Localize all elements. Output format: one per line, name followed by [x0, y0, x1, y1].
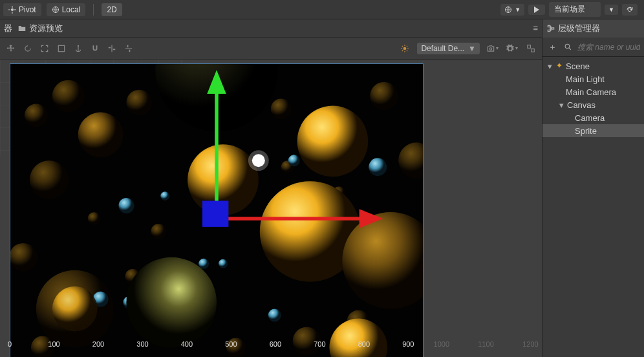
svg-point-45: [188, 144, 259, 215]
hierarchy-icon: [546, 24, 555, 33]
local-button[interactable]: Local: [47, 3, 86, 16]
assets-tab-label: 资源预览: [29, 23, 63, 34]
tree-node-main-camera[interactable]: Main Camera: [542, 85, 644, 98]
tool-align-v[interactable]: [122, 41, 136, 56]
tree-node-canvas[interactable]: ▾ Canvas: [542, 98, 644, 111]
scene-canvas[interactable]: 0 100 200 300 400 500 600 700 800 900 10…: [0, 60, 542, 357]
add-node-button[interactable]: ＋: [546, 41, 558, 53]
settings-tool[interactable]: ▾: [504, 41, 519, 56]
svg-point-38: [369, 158, 387, 176]
tool-snap[interactable]: [88, 41, 102, 56]
hierarchy-panel: 层级管理器 ＋ ▾ Scene Main Light: [542, 19, 644, 357]
tool-rect[interactable]: [54, 41, 69, 56]
refresh-icon: [626, 6, 634, 14]
svg-point-14: [30, 160, 69, 199]
refresh-button[interactable]: [622, 4, 638, 16]
tool-anchor[interactable]: [71, 41, 85, 56]
hierarchy-search-input[interactable]: [577, 43, 640, 52]
svg-point-41: [219, 259, 228, 268]
arrow-down-icon: ▾: [558, 100, 564, 110]
svg-point-12: [52, 80, 85, 113]
hierarchy-title-bar: 层级管理器: [542, 19, 644, 38]
tree-node-label: Canvas: [567, 100, 596, 110]
svg-point-11: [25, 104, 48, 127]
mode-2d-button[interactable]: 2D: [102, 3, 122, 16]
svg-point-18: [126, 90, 152, 116]
tree-node-sprite[interactable]: Sprite: [542, 124, 644, 137]
web-preview-button[interactable]: ▼: [500, 4, 524, 16]
tree-node-label: Main Light: [566, 74, 605, 84]
panel-icon: 器: [4, 23, 12, 34]
top-toolbar: Pivot Local 2D ▼ 当前场景 ▼: [0, 0, 644, 19]
play-icon: [533, 6, 540, 13]
scene-select-caret[interactable]: ▼: [605, 5, 618, 15]
tool-rotate[interactable]: [21, 41, 35, 56]
mode-2d-label: 2D: [107, 5, 116, 14]
tree-node-scene[interactable]: ▾ Scene: [542, 60, 644, 72]
svg-point-43: [78, 113, 123, 158]
maximize-tool[interactable]: [524, 41, 538, 56]
play-button[interactable]: [528, 5, 545, 15]
svg-point-0: [11, 8, 14, 11]
tool-align-h[interactable]: [105, 41, 119, 56]
camera-tool[interactable]: ▾: [485, 41, 499, 56]
svg-point-26: [151, 224, 166, 239]
hierarchy-title-label: 层级管理器: [558, 23, 600, 34]
assets-tab-bar: 器 资源预览 ≡: [0, 19, 542, 38]
pivot-button[interactable]: Pivot: [3, 3, 41, 16]
lighting-dropdown-label: Default De...: [421, 44, 464, 53]
svg-point-48: [126, 257, 217, 348]
search-icon: [562, 41, 574, 53]
svg-rect-7: [528, 45, 531, 48]
svg-point-30: [88, 212, 101, 225]
globe-icon: [52, 6, 59, 14]
tree-node-label: Camera: [575, 113, 605, 123]
lighting-icon[interactable]: [398, 41, 412, 56]
pivot-label: Pivot: [19, 5, 36, 14]
svg-point-58: [565, 44, 570, 49]
scene-select-label: 当前场景: [554, 4, 585, 15]
svg-point-36: [268, 309, 281, 322]
tool-scale[interactable]: [38, 41, 52, 56]
svg-point-35: [288, 155, 300, 166]
svg-point-6: [489, 47, 492, 50]
folder-icon: [17, 24, 27, 33]
svg-point-44: [297, 106, 369, 177]
svg-point-4: [78, 45, 79, 46]
tree-node-camera[interactable]: Camera: [542, 111, 644, 124]
svg-point-33: [118, 198, 134, 213]
scene-select-button[interactable]: 当前场景: [549, 2, 601, 17]
ruler-x: 0 100 200 300 400 500 600 700 800 900: [10, 340, 424, 353]
scene-viewport[interactable]: [10, 63, 424, 357]
scene-toolbar: Default De... ▼ ▾ ▾: [0, 38, 542, 60]
arrow-down-icon: ▾: [546, 61, 553, 71]
svg-point-19: [271, 99, 292, 120]
tree-node-label: Scene: [566, 61, 590, 71]
assets-tab-preview[interactable]: 资源预览: [17, 23, 63, 34]
svg-point-37: [199, 259, 209, 269]
svg-rect-8: [531, 49, 535, 52]
ruler-x-extra: 1000 1100 1200: [433, 340, 537, 353]
tree-node-label: Sprite: [575, 126, 597, 136]
svg-point-15: [10, 243, 38, 272]
svg-point-34: [160, 191, 169, 200]
tree-node-label: Main Camera: [566, 87, 616, 97]
svg-rect-3: [58, 45, 64, 51]
pivot-icon: [8, 6, 16, 14]
svg-point-20: [370, 82, 398, 111]
globe-icon: [504, 6, 512, 14]
local-label: Local: [62, 5, 81, 14]
assets-menu-icon[interactable]: ≡: [533, 23, 538, 33]
tool-move[interactable]: [4, 41, 18, 56]
tree-node-main-light[interactable]: Main Light: [542, 72, 644, 85]
svg-point-49: [52, 287, 98, 332]
svg-point-5: [403, 47, 407, 50]
hierarchy-tree: ▾ Scene Main Light Main Camera ▾ Canvas: [542, 57, 644, 357]
assets-tab-unknown[interactable]: 器: [4, 23, 12, 34]
scene-icon: [555, 62, 563, 70]
svg-point-52: [248, 150, 269, 171]
lighting-dropdown[interactable]: Default De... ▼: [417, 43, 480, 54]
